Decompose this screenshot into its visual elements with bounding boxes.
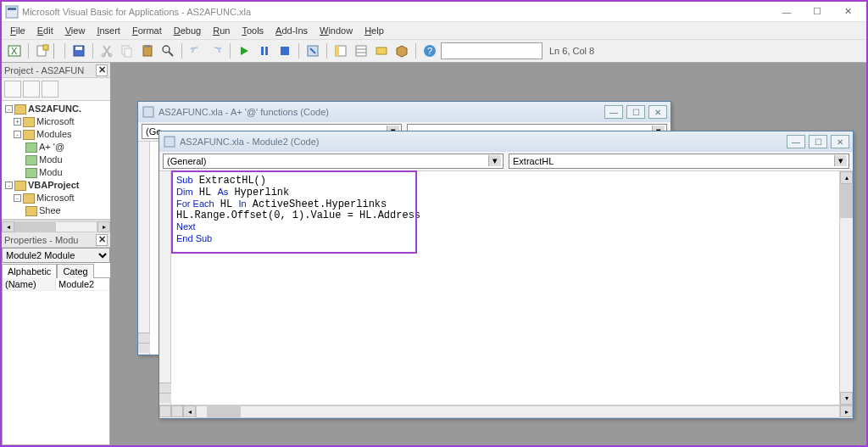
project-hscroll[interactable]: ◂▸ [2, 220, 110, 232]
tree-node[interactable]: A+ '@ [2, 141, 110, 154]
svg-marker-16 [241, 47, 248, 55]
reset-icon[interactable] [275, 42, 294, 60]
menu-add-ins[interactable]: Add-Ins [270, 24, 313, 37]
svg-rect-22 [336, 46, 339, 56]
procedure-dropdown[interactable]: ExtractHL [509, 154, 849, 169]
properties-pane-close-icon[interactable]: ✕ [96, 234, 108, 246]
tree-node[interactable]: -VBAProject [2, 179, 110, 192]
menu-window[interactable]: Window [314, 24, 358, 37]
project-toolbar [2, 78, 110, 101]
tree-node[interactable]: +Microsoft [2, 115, 110, 128]
tab-alphabetic[interactable]: Alphabetic [2, 264, 57, 278]
mdi-area: AS2AFUNC.xla - A+ '@' functions (Code) —… [112, 63, 866, 445]
code-vscroll[interactable]: ▴▾ [839, 171, 853, 405]
child-close-icon[interactable]: ✕ [648, 105, 667, 119]
code-editor[interactable]: Sub ExtractHL() Dim HL As Hyperlink For … [171, 171, 839, 405]
menu-bar: FileEditViewInsertFormatDebugRunToolsAdd… [2, 22, 866, 39]
main-toolbar: X ? Ln 6, Col 8 [2, 39, 866, 63]
svg-text:X: X [11, 46, 18, 56]
svg-rect-7 [75, 47, 82, 50]
svg-rect-13 [145, 45, 150, 47]
view-excel-icon[interactable]: X [5, 42, 24, 60]
break-icon[interactable] [255, 42, 274, 60]
svg-rect-29 [143, 107, 153, 117]
menu-tools[interactable]: Tools [236, 24, 269, 37]
svg-rect-30 [164, 137, 175, 147]
svg-text:?: ? [427, 46, 432, 56]
object-dropdown[interactable]: (General) [163, 154, 504, 169]
properties-tabs: Alphabetic Categ [2, 263, 110, 277]
paste-icon[interactable] [138, 42, 157, 60]
project-pane-title: Project - AS2AFUN ✕ [2, 63, 110, 78]
tree-node[interactable]: -Microsoft [2, 192, 110, 204]
menu-format[interactable]: Format [127, 24, 167, 37]
project-explorer-icon[interactable] [331, 42, 350, 60]
child-minimize-icon[interactable]: — [787, 135, 805, 148]
module-icon [142, 105, 155, 119]
module-icon [163, 135, 176, 148]
svg-rect-23 [356, 46, 366, 56]
code-hscroll[interactable]: ◂▸ [159, 405, 853, 418]
svg-rect-1 [8, 8, 16, 10]
child-title-back[interactable]: AS2AFUNC.xla - A+ '@' functions (Code) —… [138, 102, 670, 122]
tree-node[interactable]: Modu [2, 166, 110, 179]
child-title-front[interactable]: AS2AFUNC.xla - Module2 (Code) — ☐ ✕ [159, 131, 853, 152]
tree-node[interactable]: -AS2AFUNC. [2, 103, 110, 115]
help-icon[interactable]: ? [420, 42, 439, 60]
menu-file[interactable]: File [5, 24, 31, 37]
vba-app-icon [5, 5, 19, 19]
child-minimize-icon[interactable]: — [604, 105, 623, 119]
properties-grid[interactable]: (Name)Module2 [2, 277, 110, 445]
menu-run[interactable]: Run [208, 24, 235, 37]
find-icon[interactable] [159, 42, 177, 60]
help-search-combo[interactable] [441, 42, 542, 59]
title-bar: Microsoft Visual Basic for Applications … [2, 2, 866, 22]
maximize-button[interactable]: ☐ [802, 3, 832, 20]
project-pane-close-icon[interactable]: ✕ [96, 64, 108, 76]
insert-module-icon[interactable] [33, 42, 52, 60]
menu-view[interactable]: View [60, 24, 91, 37]
properties-icon[interactable] [352, 42, 370, 60]
minimize-button[interactable]: — [771, 3, 802, 20]
undo-icon[interactable] [186, 42, 205, 60]
properties-object-selector[interactable]: Module2 Module [2, 248, 110, 263]
properties-pane-title: Properties - Modu ✕ [2, 232, 110, 248]
run-icon[interactable] [235, 42, 253, 60]
menu-help[interactable]: Help [359, 24, 389, 37]
menu-edit[interactable]: Edit [32, 24, 58, 37]
child-close-icon[interactable]: ✕ [831, 135, 849, 148]
svg-rect-26 [376, 47, 387, 54]
child-maximize-icon[interactable]: ☐ [626, 105, 645, 119]
code-window-front[interactable]: AS2AFUNC.xla - Module2 (Code) — ☐ ✕ (Gen… [159, 131, 854, 419]
design-mode-icon[interactable] [303, 42, 322, 60]
object-browser-icon[interactable] [372, 42, 391, 60]
child-maximize-icon[interactable]: ☐ [809, 135, 827, 148]
svg-rect-18 [265, 47, 268, 55]
svg-rect-5 [43, 45, 48, 50]
toolbox-icon[interactable] [392, 42, 411, 60]
cursor-position: Ln 6, Col 8 [549, 46, 594, 56]
svg-point-14 [163, 46, 170, 53]
copy-icon[interactable] [118, 42, 136, 60]
cut-icon[interactable] [97, 42, 116, 60]
close-button[interactable]: ✕ [832, 3, 863, 20]
svg-rect-11 [125, 48, 131, 57]
project-tree[interactable]: -AS2AFUNC.+Microsoft-ModulesA+ '@ModuMod… [2, 101, 110, 220]
tab-categorized[interactable]: Categ [57, 264, 93, 278]
svg-rect-17 [261, 47, 264, 55]
app-title: Microsoft Visual Basic for Applications … [22, 7, 771, 17]
svg-line-15 [169, 52, 173, 56]
toggle-folders-icon[interactable] [42, 81, 58, 98]
redo-icon[interactable] [207, 42, 225, 60]
svg-rect-19 [281, 47, 289, 55]
tree-node[interactable]: -Modules [2, 128, 110, 141]
view-code-icon[interactable] [4, 81, 21, 98]
save-icon[interactable] [70, 42, 88, 60]
view-object-icon[interactable] [23, 81, 40, 98]
menu-insert[interactable]: Insert [92, 24, 125, 37]
menu-debug[interactable]: Debug [169, 24, 206, 37]
tree-node[interactable]: Modu [2, 154, 110, 166]
tree-node[interactable]: Shee [2, 204, 110, 217]
